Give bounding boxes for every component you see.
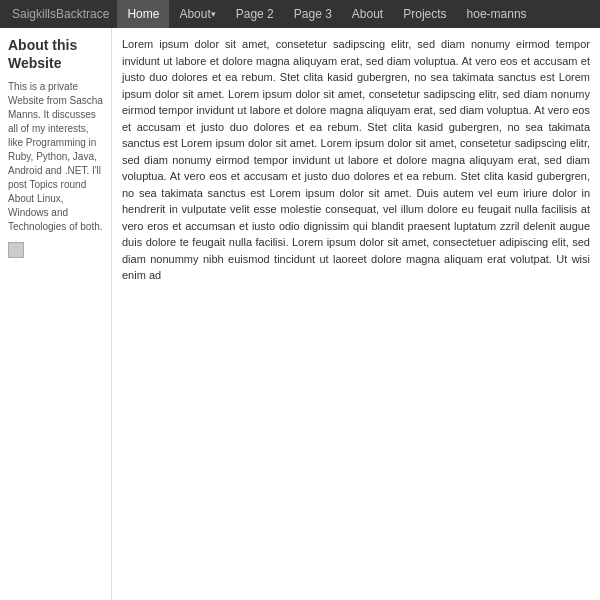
nav-item-about[interactable]: About (169, 0, 225, 28)
nav-item-home[interactable]: Home (117, 0, 169, 28)
nav-item-about2[interactable]: About (342, 0, 393, 28)
nav-item-page2[interactable]: Page 2 (226, 0, 284, 28)
nav-item-hoemanns[interactable]: hoe-manns (457, 0, 537, 28)
navbar: SaigkillsBacktrace Home About Page 2 Pag… (0, 0, 600, 28)
main-paragraph-1: Lorem ipsum dolor sit amet, consetetur s… (122, 36, 590, 284)
sidebar-title: About this Website (8, 36, 103, 72)
main-content: Lorem ipsum dolor sit amet, consetetur s… (112, 28, 600, 600)
nav-item-page3[interactable]: Page 3 (284, 0, 342, 28)
sidebar-image (8, 242, 24, 258)
sidebar-description: This is a private Website from Sascha Ma… (8, 80, 103, 234)
nav-brand[interactable]: SaigkillsBacktrace (4, 7, 117, 21)
sidebar: About this Website This is a private Web… (0, 28, 112, 600)
nav-item-projects[interactable]: Projects (393, 0, 456, 28)
nav-items: Home About Page 2 Page 3 About Projects … (117, 0, 536, 28)
page-container: About this Website This is a private Web… (0, 28, 600, 600)
